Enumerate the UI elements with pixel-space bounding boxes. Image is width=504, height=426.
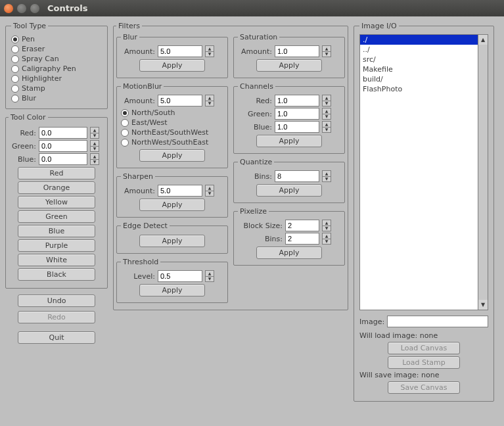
channels-apply-button[interactable]: Apply [256, 135, 322, 147]
scroll-track[interactable] [478, 45, 488, 300]
threshold-level-label: Level: [121, 272, 155, 281]
radio-icon[interactable] [11, 55, 19, 63]
tc-red-label: Red: [9, 129, 36, 137]
minimize-icon[interactable] [17, 4, 26, 13]
pixelize-bins-spinner[interactable]: ▲▼ [322, 233, 331, 245]
blur-spinner[interactable]: ▲▼ [205, 45, 214, 57]
saturation-spinner[interactable]: ▲▼ [322, 45, 331, 57]
radio-icon[interactable] [11, 85, 19, 93]
threshold-spinner[interactable]: ▲▼ [205, 270, 214, 282]
threshold-apply-button[interactable]: Apply [139, 284, 205, 296]
maximize-icon[interactable] [30, 4, 39, 13]
list-item[interactable]: ../ [360, 45, 478, 55]
motionblur-dir-northeast-southwest[interactable]: NorthEast/SouthWest [121, 128, 223, 137]
ch-green-input[interactable] [275, 108, 319, 120]
threshold-level-input[interactable] [158, 270, 202, 282]
color-preset-blue[interactable]: Blue [18, 225, 95, 237]
radio-icon[interactable] [121, 109, 129, 117]
color-preset-yellow[interactable]: Yellow [18, 196, 95, 208]
sharpen-spinner[interactable]: ▲▼ [205, 185, 214, 197]
save-canvas-button[interactable]: Save Canvas [388, 381, 460, 394]
ch-red-spinner[interactable]: ▲▼ [322, 95, 331, 106]
scroll-up-icon[interactable]: ▲ [478, 35, 488, 45]
quantize-spinner[interactable]: ▲▼ [322, 170, 331, 182]
radio-icon[interactable] [11, 36, 19, 43]
list-item[interactable]: Makefile [360, 64, 478, 74]
radio-icon[interactable] [121, 119, 129, 127]
radio-icon[interactable] [11, 95, 19, 103]
tool-type-eraser[interactable]: Eraser [11, 44, 102, 54]
tool-type-stamp[interactable]: Stamp [11, 83, 102, 93]
pixelize-block-input[interactable] [285, 220, 319, 231]
blur-apply-button[interactable]: Apply [139, 59, 205, 72]
color-preset-white[interactable]: White [18, 254, 95, 266]
close-icon[interactable] [4, 4, 13, 13]
quantize-bins-input[interactable] [275, 170, 319, 182]
list-item[interactable]: ./ [360, 35, 478, 45]
saturation-apply-button[interactable]: Apply [256, 59, 322, 72]
blur-amount-input[interactable] [158, 45, 202, 57]
tool-type-eraser-label: Eraser [22, 45, 45, 53]
filters-legend: Filters [116, 22, 142, 30]
edgedetect-apply-button[interactable]: Apply [139, 235, 205, 247]
radio-icon[interactable] [11, 75, 19, 83]
radio-icon[interactable] [121, 129, 129, 137]
tool-type-spray-can[interactable]: Spray Can [11, 54, 102, 64]
pixelize-apply-button[interactable]: Apply [256, 247, 322, 259]
ch-green-spinner[interactable]: ▲▼ [322, 108, 331, 120]
tc-red-spinner[interactable]: ▲▼ [90, 127, 99, 139]
tool-type-pen[interactable]: Pen [11, 34, 102, 44]
motionblur-dir-northwest-southeast[interactable]: NorthWest/SouthEast [121, 137, 223, 147]
sharpen-amount-label: Amount: [121, 187, 155, 195]
ch-red-input[interactable] [275, 95, 319, 106]
tc-blue-spinner[interactable]: ▲▼ [90, 153, 99, 165]
undo-button[interactable]: Undo [18, 295, 95, 307]
tool-type-group: Tool Type PenEraserSpray CanCaligraphy P… [5, 22, 108, 109]
motionblur-dir-northeast-southwest-label: NorthEast/SouthWest [131, 128, 208, 137]
image-path-input[interactable] [387, 316, 488, 327]
quantize-apply-button[interactable]: Apply [256, 184, 322, 197]
ch-blue-spinner[interactable]: ▲▼ [322, 121, 331, 133]
ch-blue-input[interactable] [275, 121, 319, 133]
window-title: Controls [47, 3, 87, 13]
list-item[interactable]: src/ [360, 55, 478, 64]
tool-type-caligraphy-pen[interactable]: Caligraphy Pen [11, 64, 102, 74]
motionblur-dir-north-south[interactable]: North/South [121, 108, 223, 118]
radio-icon[interactable] [11, 65, 19, 73]
motionblur-apply-button[interactable]: Apply [139, 149, 205, 162]
tool-type-blur[interactable]: Blur [11, 93, 102, 103]
color-preset-black[interactable]: Black [18, 268, 95, 281]
ch-green-label: Green: [238, 110, 272, 118]
pixelize-block-spinner[interactable]: ▲▼ [322, 220, 331, 231]
image-io-group: Image I/O ./../src/Makefilebuild/FlashPh… [354, 22, 494, 402]
list-item[interactable]: build/ [360, 74, 478, 84]
tool-type-pen-label: Pen [22, 35, 35, 43]
tc-green-spinner[interactable]: ▲▼ [90, 140, 99, 152]
quantize-bins-label: Bins: [238, 172, 272, 181]
sharpen-amount-input[interactable] [158, 185, 202, 197]
list-item[interactable]: FlashPhoto [360, 84, 478, 94]
quit-button[interactable]: Quit [18, 331, 95, 344]
color-preset-red[interactable]: Red [18, 167, 95, 179]
file-list-scrollbar[interactable]: ▲ ▼ [478, 34, 488, 310]
load-stamp-button[interactable]: Load Stamp [388, 356, 460, 369]
sharpen-apply-button[interactable]: Apply [139, 199, 205, 211]
tc-red-input[interactable] [39, 127, 87, 139]
color-preset-purple[interactable]: Purple [18, 239, 95, 252]
saturation-amount-input[interactable] [275, 45, 319, 57]
color-preset-orange[interactable]: Orange [18, 181, 95, 194]
redo-button[interactable]: Redo [18, 311, 95, 323]
motionblur-dir-east-west[interactable]: East/West [121, 118, 223, 128]
color-preset-green[interactable]: Green [18, 210, 95, 223]
tc-blue-input[interactable] [39, 153, 87, 165]
tool-type-highlighter[interactable]: Highlighter [11, 74, 102, 83]
pixelize-bins-input[interactable] [285, 233, 319, 245]
file-listbox[interactable]: ./../src/Makefilebuild/FlashPhoto [359, 34, 478, 310]
radio-icon[interactable] [121, 139, 129, 147]
load-canvas-button[interactable]: Load Canvas [388, 342, 460, 354]
tc-green-input[interactable] [39, 140, 87, 152]
radio-icon[interactable] [11, 45, 19, 53]
motionblur-amount-input[interactable] [158, 95, 202, 106]
scroll-down-icon[interactable]: ▼ [478, 300, 488, 310]
motionblur-spinner[interactable]: ▲▼ [205, 95, 214, 106]
